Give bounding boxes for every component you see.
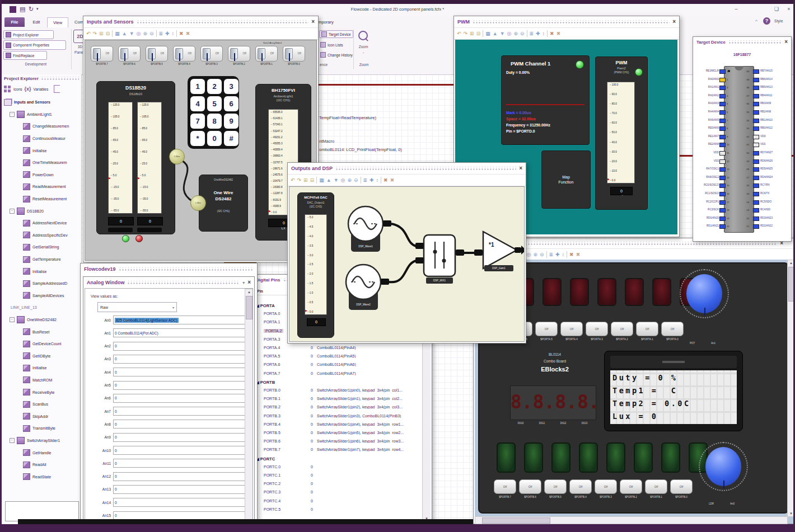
tree-item-inputs-and-sensors[interactable]: Inputs and Sensors bbox=[2, 96, 81, 109]
delete-icon[interactable]: ✖ bbox=[569, 252, 574, 257]
paste-icon[interactable]: ⊟ bbox=[476, 31, 481, 36]
tree-item-scanbus[interactable]: ScanBus bbox=[2, 398, 81, 411]
pot-knob[interactable] bbox=[680, 269, 729, 318]
pin-pad-left[interactable] bbox=[719, 192, 726, 196]
pin-pad-right[interactable] bbox=[753, 94, 759, 98]
find-replace-button[interactable]: Find/Replace bbox=[3, 51, 47, 60]
board-switch--porta-3[interactable]: Off bbox=[586, 322, 608, 336]
board-switch--portb-2[interactable]: Off bbox=[620, 479, 642, 494]
ds18b20-slider-2[interactable]: 125.0105.085.065.045.025.05.0-15.0-35.0-… bbox=[137, 102, 162, 214]
tab-file[interactable]: File bbox=[4, 17, 25, 27]
scale-marker-icon[interactable]: ▶ bbox=[109, 177, 111, 180]
close-icon[interactable]: × bbox=[784, 39, 788, 45]
delete-all-icon[interactable]: ✖ bbox=[390, 178, 395, 183]
digital-row-portc-2[interactable]: PORTC.20 bbox=[254, 482, 422, 490]
keypad-key-1[interactable]: 1 bbox=[190, 79, 205, 94]
tab-view[interactable]: View bbox=[47, 17, 68, 27]
tree-item-readmeasurement[interactable]: ReadMeasurement bbox=[2, 181, 81, 193]
scale-marker-icon[interactable]: ▶ bbox=[607, 178, 610, 181]
board-switch--portb-4[interactable]: Off bbox=[569, 479, 592, 494]
icon-lists-toggle[interactable]: Icon Lists bbox=[320, 42, 343, 48]
grid-icon[interactable]: ▦ bbox=[115, 31, 120, 36]
pin-pad-left[interactable] bbox=[719, 176, 726, 180]
pwm-window-titlebar[interactable]: PWM × bbox=[454, 16, 679, 27]
close-icon[interactable]: × bbox=[519, 166, 522, 171]
zoom-button[interactable]: Zoom bbox=[356, 45, 371, 49]
keypad-key-4[interactable]: 4 bbox=[190, 96, 205, 111]
digital-row-portb-3[interactable]: PORTB.30SwitchArraySlider1(pin3), ComboB… bbox=[254, 414, 422, 422]
analog-row-value[interactable]: 0 bbox=[113, 381, 245, 390]
keypad-key-7[interactable]: 7 bbox=[190, 114, 205, 129]
pin-pad-right[interactable] bbox=[753, 208, 759, 213]
keypad-key-5[interactable]: 5 bbox=[207, 96, 222, 111]
analog-row-value[interactable]: 0 bbox=[113, 368, 245, 376]
move-down-icon[interactable]: ▼ bbox=[500, 31, 505, 36]
redo-icon[interactable]: ↷ bbox=[464, 31, 468, 36]
keypad-key-hash[interactable]: # bbox=[224, 131, 238, 146]
target-window-titlebar[interactable]: Target Device × bbox=[693, 37, 791, 47]
pan-icon[interactable]: ↕ bbox=[376, 178, 379, 183]
tree-item-busreset[interactable]: BusReset bbox=[2, 326, 81, 338]
digital-group-portc[interactable]: ◢ PORTC bbox=[256, 456, 275, 462]
tree-item-gettemperature[interactable]: GetTemperature bbox=[2, 253, 81, 266]
icons-icon[interactable] bbox=[4, 86, 11, 93]
tree-item-getidbyte[interactable]: GetIDByte bbox=[2, 350, 81, 362]
undo-icon[interactable]: ↶ bbox=[291, 178, 295, 183]
red-indicator-led[interactable] bbox=[135, 235, 143, 242]
expand-icon[interactable]: − bbox=[10, 438, 15, 443]
view-values-dropdown[interactable]: Raw ▾ bbox=[97, 302, 177, 312]
onewire-pin-bubble[interactable]: 1-Wire bbox=[190, 195, 206, 211]
analog-window-titlebar[interactable]: Analog Window ▾ × bbox=[83, 277, 254, 288]
toggle-switch--portb-4[interactable]: Off bbox=[173, 46, 195, 62]
keypad-key-6[interactable]: 6 bbox=[224, 96, 238, 111]
style-menu[interactable]: Style bbox=[774, 19, 783, 23]
target-icon[interactable]: ◎ bbox=[341, 178, 345, 183]
digital-row-portb-4[interactable]: PORTB.40SwitchArraySlider1(pin4), keypad… bbox=[254, 422, 422, 431]
pin-pad-left[interactable] bbox=[719, 200, 726, 205]
toggle-switch--portb-2[interactable]: Off bbox=[228, 46, 250, 62]
analog-row-value[interactable]: 0 ComboBL0114(Pot ADC) bbox=[113, 328, 245, 337]
ds18b20-slider-1[interactable]: 125.0105.085.065.045.025.05.0-15.0-35.0-… bbox=[108, 102, 133, 214]
move-down-icon[interactable]: ▼ bbox=[129, 31, 134, 36]
move-up-icon[interactable]: ▲ bbox=[122, 31, 127, 36]
digital-row-portc-5[interactable]: PORTC.50 bbox=[254, 507, 422, 516]
scrollbar-thumb[interactable] bbox=[246, 296, 252, 319]
dac-slider[interactable]: 5.04.54.03.53.02.52.01.51.00.50.0▶ bbox=[305, 214, 327, 315]
analog-row-value[interactable]: 0 bbox=[113, 485, 245, 494]
pin-pad-right[interactable] bbox=[753, 159, 759, 164]
analog-row-value[interactable]: 0 bbox=[113, 446, 245, 455]
board-switch--porta-2[interactable]: Off bbox=[611, 322, 633, 336]
tree-item-gethandle[interactable]: GetHandle bbox=[2, 446, 81, 459]
tree-item-link-line-13[interactable]: LINK_LINE_13 bbox=[2, 302, 81, 314]
target-icon[interactable]: ◎ bbox=[137, 31, 141, 36]
tree-item-readstate[interactable]: ReadState bbox=[2, 470, 81, 483]
inputs-window-titlebar[interactable]: Inputs and Sensors × bbox=[83, 16, 318, 27]
pin-pad-right[interactable] bbox=[753, 119, 759, 123]
digital-row-portb-6[interactable]: PORTB.60SwitchArraySlider1(pin6), keypad… bbox=[254, 439, 422, 448]
grid-icon[interactable]: ▦ bbox=[319, 178, 324, 183]
keypad-key-3[interactable]: 3 bbox=[224, 79, 238, 94]
copy-icon[interactable]: ⊞ bbox=[470, 31, 474, 36]
scale-marker-icon[interactable]: ▶ bbox=[305, 309, 307, 312]
analog-row-value[interactable]: 0 bbox=[113, 498, 245, 507]
pin-pad-right[interactable] bbox=[753, 200, 759, 205]
pin-pad-right[interactable] bbox=[753, 102, 759, 106]
pin-pad-left[interactable] bbox=[719, 216, 726, 221]
pin-pad-right[interactable] bbox=[753, 167, 759, 172]
tree-item-sampleaddressedd[interactable]: SampleAddressedD bbox=[2, 277, 81, 290]
paste-icon[interactable]: ⊟ bbox=[310, 178, 315, 183]
zoom-out-icon[interactable]: ⊖ bbox=[540, 252, 544, 257]
digital-row-portc-0[interactable]: PORTC.00 bbox=[254, 465, 422, 473]
tree-item-initialise[interactable]: Initialise bbox=[2, 144, 81, 157]
tree-item-onetimemeasurem[interactable]: OneTimeMeasurem bbox=[2, 157, 81, 169]
toggle-switch--portb-3[interactable]: Off bbox=[200, 46, 223, 62]
toggle-switch--portb-7[interactable]: Off bbox=[91, 46, 113, 62]
expand-icon[interactable]: − bbox=[10, 112, 15, 117]
tree-item-initialise[interactable]: Initialise bbox=[2, 265, 81, 277]
tree-item-skipaddr[interactable]: SkipAddr bbox=[2, 410, 81, 422]
ldr-knob[interactable] bbox=[699, 442, 748, 491]
toggle-switch--portb-1[interactable]: Off bbox=[255, 46, 278, 62]
tree-item-initialise[interactable]: Initialise bbox=[2, 362, 81, 374]
zoom-minus[interactable]: - bbox=[360, 50, 367, 54]
keypad-key-2[interactable]: 2 bbox=[207, 79, 222, 94]
